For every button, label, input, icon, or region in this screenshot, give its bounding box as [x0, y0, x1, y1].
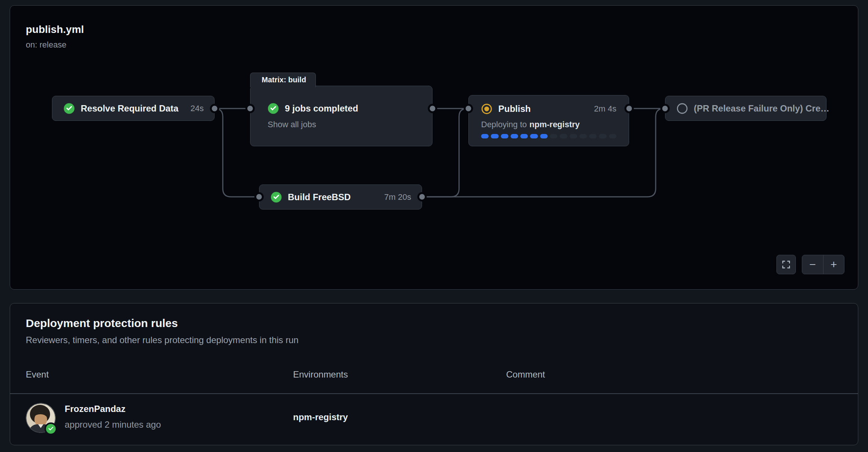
- workflow-graph-panel: publish.yml on: release Resolve Required…: [10, 5, 858, 290]
- matrix-status-label: 9 jobs completed: [285, 103, 358, 114]
- pending-circle-icon: [677, 103, 688, 114]
- job-node-resolve-required-data[interactable]: Resolve Required Data 24s: [52, 96, 215, 121]
- progress-segment-complete: [530, 134, 538, 138]
- column-header-comment: Comment: [506, 369, 545, 380]
- in-progress-icon: [481, 103, 492, 114]
- job-node-publish[interactable]: Publish 2m 4s Deploying to npm-registry: [468, 95, 629, 146]
- progress-segment-pending: [560, 134, 567, 138]
- zoom-in-button[interactable]: +: [824, 255, 844, 274]
- progress-segment-complete: [481, 134, 489, 138]
- zoom-out-icon: −: [809, 258, 816, 271]
- approved-badge: [44, 422, 57, 435]
- avatar[interactable]: [26, 403, 56, 433]
- fullscreen-icon: [782, 260, 791, 269]
- job-node-build-freebsd[interactable]: Build FreeBSD 7m 20s: [259, 184, 422, 210]
- progress-segment-pending: [599, 134, 606, 138]
- progress-segment-complete: [540, 134, 548, 138]
- deploy-target: npm-registry: [529, 120, 579, 129]
- fullscreen-button[interactable]: [776, 255, 796, 274]
- deployment-protection-rules-panel: Deployment protection rules Reviewers, t…: [10, 303, 858, 445]
- approval-event-text: approved 2 minutes ago: [65, 419, 161, 430]
- deploy-prefix: Deploying to: [481, 120, 527, 129]
- deploy-progress-bar: [481, 134, 616, 138]
- column-header-environments: Environments: [293, 369, 348, 380]
- job-duration: 7m 20s: [384, 192, 411, 202]
- progress-segment-pending: [609, 134, 616, 138]
- progress-segment-complete: [520, 134, 528, 138]
- job-duration: 2m 4s: [594, 104, 616, 114]
- show-all-jobs-link[interactable]: Show all jobs: [268, 119, 415, 130]
- reviewer-username[interactable]: FrozenPandaz: [65, 404, 126, 414]
- progress-segment-complete: [511, 134, 518, 138]
- deploy-status-line: Deploying to npm-registry: [481, 119, 616, 131]
- check-circle-icon: [271, 192, 282, 203]
- progress-segment-pending: [550, 134, 557, 138]
- check-icon: [47, 425, 54, 432]
- workflow-file-name: publish.yml: [26, 24, 84, 36]
- zoom-out-button[interactable]: −: [802, 255, 824, 274]
- progress-segment-pending: [589, 134, 597, 138]
- job-duration: 24s: [191, 104, 204, 113]
- job-label: Publish: [498, 104, 531, 114]
- matrix-group-tab[interactable]: Matrix: build: [250, 73, 316, 87]
- progress-segment-pending: [579, 134, 587, 138]
- zoom-controls: − +: [802, 255, 844, 274]
- table-header-divider: [10, 393, 858, 394]
- check-circle-icon: [268, 103, 279, 114]
- progress-segment-complete: [491, 134, 498, 138]
- workflow-edges: [10, 6, 859, 290]
- job-node-matrix-build[interactable]: 9 jobs completed Show all jobs: [250, 86, 433, 146]
- job-label: Resolve Required Data: [81, 103, 178, 114]
- column-header-event: Event: [26, 369, 49, 380]
- progress-segment-complete: [501, 134, 508, 138]
- job-node-pr-release-failure[interactable]: (PR Release Failure Only) Cre…: [665, 96, 827, 121]
- section-subtitle: Reviewers, timers, and other rules prote…: [26, 335, 299, 345]
- job-label: Build FreeBSD: [288, 192, 351, 202]
- check-circle-icon: [64, 103, 75, 114]
- section-title: Deployment protection rules: [26, 317, 178, 330]
- workflow-trigger: on: release: [26, 40, 67, 50]
- zoom-in-icon: +: [830, 258, 837, 271]
- progress-segment-pending: [570, 134, 577, 138]
- environment-name: npm-registry: [293, 412, 348, 422]
- job-label: (PR Release Failure Only) Cre…: [694, 103, 829, 114]
